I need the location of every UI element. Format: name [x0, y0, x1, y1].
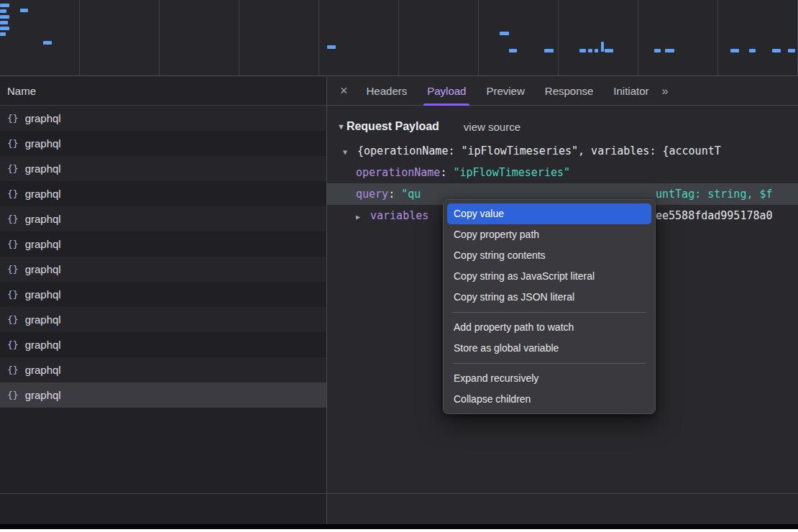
timeline-request-bar [730, 49, 739, 52]
timeline-request-bar [0, 9, 6, 13]
detail-tabbar: × HeadersPayloadPreviewResponseInitiator… [327, 77, 798, 106]
menu-item-copy-string-as-javascript-literal[interactable]: Copy string as JavaScript literal [444, 266, 655, 287]
overflow-tabs-icon[interactable]: » [662, 85, 667, 98]
timeline-request-bar [579, 49, 586, 52]
timeline-request-bar [0, 4, 9, 7]
payload-row-operationname[interactable]: operationName: "ipFlowTimeseries" [337, 162, 798, 183]
request-payload-header[interactable]: ▼ Request Payload view source [337, 116, 798, 137]
request-name: graphql [25, 213, 61, 225]
menu-item-collapse-children[interactable]: Collapse children [444, 389, 655, 410]
network-main-area: Name {}graphql{}graphql{}graphql{}graphq… [0, 77, 798, 524]
timeline-request-bar [43, 41, 52, 45]
request-row[interactable]: {}graphql [0, 181, 326, 206]
menu-item-store-as-global-variable[interactable]: Store as global variable [444, 338, 655, 359]
section-title: Request Payload [347, 120, 439, 133]
requests-list-panel: Name {}graphql{}graphql{}graphql{}graphq… [0, 77, 327, 524]
property-value: "ipFlowTimeseries" [453, 166, 570, 179]
menu-item-copy-value[interactable]: Copy value [447, 203, 651, 224]
request-name: graphql [25, 288, 61, 301]
timeline-request-bar [500, 32, 509, 35]
menu-item-add-property-path-to-watch[interactable]: Add property path to watch [444, 317, 655, 338]
json-braces-icon: {} [7, 264, 19, 275]
tab-headers[interactable]: Headers [357, 77, 418, 106]
request-row[interactable]: {}graphql [0, 231, 326, 257]
request-name: graphql [25, 313, 61, 326]
request-row[interactable]: {}graphql [0, 382, 326, 408]
section-expanded-triangle-icon[interactable]: ▼ [337, 122, 345, 131]
request-row[interactable]: {}graphql [0, 257, 326, 282]
root-preview-text: {operationName: "ipFlowTimeseries", vari… [357, 145, 721, 157]
window-bottom-edge [0, 524, 798, 529]
request-row[interactable]: {}graphql [0, 307, 326, 332]
tab-response[interactable]: Response [535, 77, 604, 106]
json-braces-icon: {} [7, 163, 19, 174]
json-braces-icon: {} [7, 214, 19, 224]
view-source-link[interactable]: view source [464, 121, 520, 133]
property-preview-end: ee5588fdad995178a0 [656, 205, 773, 226]
request-name: graphql [25, 238, 61, 250]
request-name: graphql [25, 364, 61, 376]
timeline-request-bar [0, 32, 6, 36]
timeline-request-bar [20, 9, 28, 12]
request-name: graphql [25, 389, 61, 401]
request-row[interactable]: {}graphql [0, 156, 326, 181]
timeline-request-bar [0, 27, 9, 30]
json-braces-icon: {} [7, 138, 19, 149]
json-braces-icon: {} [7, 364, 19, 375]
name-column-header[interactable]: Name [0, 77, 326, 106]
tab-payload[interactable]: Payload [417, 77, 476, 106]
timeline-request-bar [0, 15, 9, 19]
timeline-request-bar [665, 49, 674, 52]
timeline-request-bar [544, 49, 554, 52]
menu-separator [452, 363, 646, 364]
timeline-request-bar [605, 49, 613, 52]
menu-item-copy-string-as-json-literal[interactable]: Copy string as JSON literal [444, 287, 655, 308]
tab-initiator[interactable]: Initiator [603, 77, 659, 106]
request-row[interactable]: {}graphql [0, 332, 326, 357]
timeline-request-bar [327, 45, 336, 49]
payload-root-row[interactable]: ▼{operationName: "ipFlowTimeseries", var… [337, 140, 798, 162]
collapsed-triangle-icon[interactable]: ▶ [356, 206, 370, 228]
request-row[interactable]: {}graphql [0, 282, 326, 307]
timeline-request-bar [601, 42, 604, 52]
request-row[interactable]: {}graphql [0, 206, 326, 231]
timeline-request-bar [595, 49, 598, 52]
context-menu: Copy valueCopy property pathCopy string … [443, 199, 656, 414]
menu-item-expand-recursively[interactable]: Expand recursively [444, 368, 655, 389]
json-braces-icon: {} [7, 314, 19, 325]
request-row[interactable]: {}graphql [0, 106, 326, 131]
network-overview-timeline[interactable] [0, 0, 798, 76]
timeline-request-bar [509, 49, 517, 52]
request-name: graphql [25, 112, 61, 124]
key-separator: : [388, 188, 401, 201]
timeline-request-bar [0, 21, 8, 24]
request-row[interactable]: {}graphql [0, 357, 326, 382]
key-separator: : [440, 166, 453, 179]
timeline-request-bar [654, 49, 661, 52]
property-value-end: untTag: string, $f [656, 183, 773, 205]
request-name: graphql [25, 162, 61, 175]
json-braces-icon: {} [7, 339, 19, 350]
menu-item-copy-string-contents[interactable]: Copy string contents [444, 245, 655, 266]
requests-list: {}graphql{}graphql{}graphql{}graphql{}gr… [0, 106, 326, 408]
menu-separator [452, 312, 646, 313]
request-row[interactable]: {}graphql [0, 131, 326, 156]
timeline-request-bar [788, 49, 795, 52]
request-name: graphql [25, 137, 61, 150]
menu-item-copy-property-path[interactable]: Copy property path [444, 224, 655, 245]
json-braces-icon: {} [7, 289, 19, 300]
property-key: variables [370, 209, 428, 222]
timeline-request-bar [588, 49, 592, 52]
close-icon[interactable]: × [327, 83, 357, 98]
property-key: operationName [356, 166, 440, 179]
json-braces-icon: {} [7, 239, 19, 249]
property-value-start: "qu [401, 188, 421, 201]
request-name: graphql [25, 263, 61, 275]
property-key: query [356, 188, 388, 201]
expanded-triangle-icon[interactable]: ▼ [343, 142, 357, 163]
timeline-request-bar [772, 49, 781, 52]
tab-preview[interactable]: Preview [476, 77, 534, 106]
json-braces-icon: {} [7, 113, 19, 124]
json-braces-icon: {} [7, 188, 19, 199]
timeline-request-bar [749, 49, 756, 52]
